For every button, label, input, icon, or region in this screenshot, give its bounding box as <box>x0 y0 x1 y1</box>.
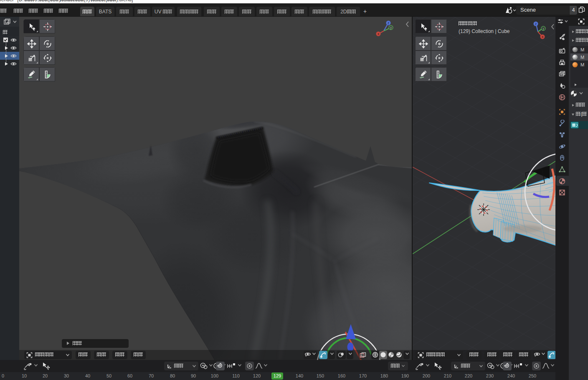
svg-text:z: z <box>388 21 389 25</box>
svg-text:z: z <box>535 22 537 26</box>
